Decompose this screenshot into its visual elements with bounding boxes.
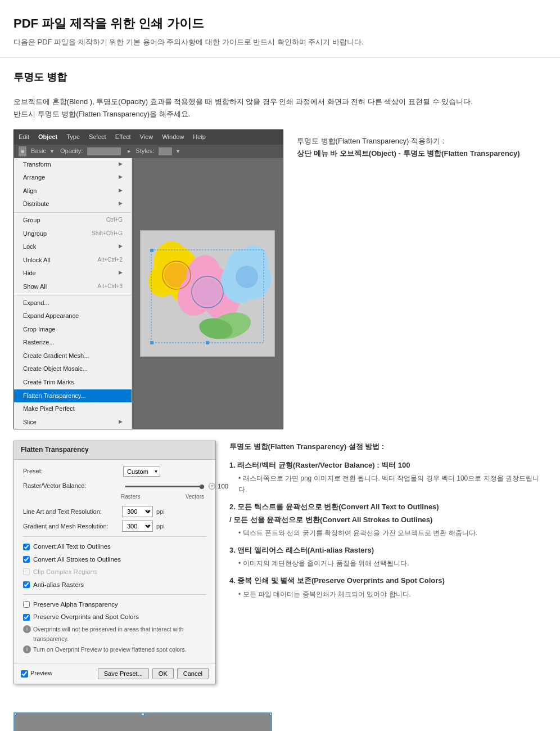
line-art-row: Line Art and Text Resolution: 300 ppi (23, 506, 206, 517)
menu-type[interactable]: Type (66, 132, 80, 142)
check-text-outlines[interactable] (23, 544, 30, 550)
gradient-select[interactable]: 300 (122, 521, 153, 532)
menu-item-expand[interactable]: Expand... (14, 297, 132, 310)
menu-item-lock[interactable]: Lock (14, 240, 132, 254)
menu-select[interactable]: Select (89, 132, 106, 142)
line-art-label: Line Art and Text Resolution: (23, 507, 119, 517)
menu-item-trim-marks[interactable]: Create Trim Marks (14, 376, 132, 389)
menu-info-area: 투명도 병합(Flatten Transparency) 적용하기 : 상단 메… (297, 129, 547, 160)
setting-2-title: 2. 모든 텍스트를 윤곽선으로 변환(Convert All Text to … (229, 501, 547, 526)
setting-1-desc: 래스터쪽으로 가면 png 이미지로 전환 됩니다. 벡터 작업물의 경우 벡터… (229, 473, 547, 496)
settings-row: Flatten Transparency Preset: Custom Rast… (13, 441, 547, 684)
menu-item-crop-image[interactable]: Crop Image (14, 323, 132, 337)
check-strokes-outlines[interactable] (23, 556, 30, 563)
menu-item-transform[interactable]: Transform (14, 158, 132, 172)
flatten-apply-info: 투명도 병합(Flatten Transparency) 적용하기 : 상단 메… (297, 135, 547, 160)
menu-item-gradient-mesh[interactable]: Create Gradient Mesh... (14, 349, 132, 363)
menu-item-rasterize[interactable]: Rasterize... (14, 336, 132, 349)
flatten-dialog-body: Preset: Custom Raster/Vector Balance: (14, 460, 215, 663)
setting-1-title: 1. 래스터/벡터 균형(Raster/Vector Balance) : 벡터… (229, 459, 547, 472)
info-line-1: i Overprints will not be preserved in ar… (23, 625, 206, 644)
menu-item-object-mosaic[interactable]: Create Object Mosaic... (14, 362, 132, 376)
balance-slider-area[interactable]: ○ 100 (123, 481, 228, 491)
gradient-select-wrapper[interactable]: 300 (122, 521, 153, 532)
check-preserve-alpha[interactable] (23, 601, 30, 608)
menu-item-show-all[interactable]: Show AllAlt+Ctrl+3 (14, 280, 132, 294)
bottom-image-area (13, 712, 272, 731)
preset-label: Preset: (23, 467, 119, 477)
menu-item-align[interactable]: Align (14, 185, 132, 198)
cancel-button[interactable]: Cancel (177, 668, 209, 679)
preset-select-wrapper[interactable]: Custom (123, 467, 160, 477)
ok-button[interactable]: OK (152, 668, 174, 679)
check3-label: Clip Complex Regions (33, 567, 97, 577)
page-title: PDF 파일 제작을 위한 인쇄 가이드 (13, 14, 547, 33)
menu-item-expand-appearance[interactable]: Expand Appearance (14, 310, 132, 323)
section-desc: 오브젝트에 혼합(Blend ), 투명도(Opacity) 효과를 적용했을 … (13, 96, 547, 120)
bottom-flowers-svg (15, 714, 271, 731)
divider (14, 212, 132, 213)
menu-item-unlock-all[interactable]: Unlock AllAlt+Ctrl+2 (14, 254, 132, 267)
check-row-4[interactable]: Anti-alias Rasters (23, 580, 206, 590)
balance-slider-track[interactable] (125, 486, 204, 487)
setting-3-title: 3. 앤티 앨리어스 래스터(Anti-alias Rasters) (229, 544, 547, 557)
menu-effect[interactable]: Effect (115, 132, 131, 142)
balance-value: 100 (218, 481, 228, 491)
check-anti-alias[interactable] (23, 581, 30, 588)
menu-item-hide[interactable]: Hide (14, 267, 132, 280)
check-clip-complex (23, 568, 30, 575)
svg-rect-23 (15, 714, 271, 731)
menu-help[interactable]: Help (193, 132, 206, 142)
check-preserve-overprints[interactable] (23, 614, 30, 621)
menu-item-pixel-perfect[interactable]: Make Pixel Perfect (14, 402, 132, 416)
ai-canvas-area (132, 158, 283, 429)
preview-label: Preview (30, 669, 52, 679)
check-row-6[interactable]: Preserve Overprints and Spot Colors (23, 612, 206, 622)
slider-labels: Rasters Vectors (23, 492, 206, 501)
check-row-1[interactable]: Convert All Text to Outlines (23, 541, 206, 551)
gradient-row: Gradient and Mesh Resolution: 300 ppi (23, 521, 206, 532)
bottom-info-text: 왼쪽 이미지 처럼 투명도가 적용되어 있던 부분이 색상으로 변환되고 오브젝… (286, 712, 547, 731)
handle-tm[interactable] (141, 712, 144, 715)
ai-body: Transform Arrange Align Distribute Group… (14, 158, 283, 429)
menu-window[interactable]: Window (162, 132, 184, 142)
check-row-5[interactable]: Preserve Alpha Transparency (23, 599, 206, 609)
setting-4-desc: 모든 파일 데이터는 중복인쇄가 체크되어 있어야 합니다. (229, 589, 547, 600)
line-art-select-wrapper[interactable]: 300 (122, 506, 153, 517)
check2-label: Convert All Strokes to Outlines (33, 554, 121, 564)
balance-slider-thumb[interactable] (200, 485, 204, 489)
menu-edit[interactable]: Edit (19, 132, 29, 142)
menu-item-slice[interactable]: Slice (14, 416, 132, 429)
menu-item-ungroup[interactable]: UngroupShift+Ctrl+G (14, 227, 132, 241)
menu-object[interactable]: Object (38, 132, 57, 142)
balance-label-row: Raster/Vector Balance: ○ 100 (23, 481, 206, 491)
menu-item-group[interactable]: GroupCtrl+G (14, 214, 132, 227)
svg-point-14 (236, 266, 258, 288)
bottom-canvas (13, 712, 272, 731)
page-header: PDF 파일 제작을 위한 인쇄 가이드 다음은 PDF 파일을 제작하기 위한… (0, 0, 560, 58)
check-row-3[interactable]: Clip Complex Regions (23, 567, 206, 577)
menu-item-arrange[interactable]: Arrange (14, 171, 132, 185)
handle-tl[interactable] (13, 712, 16, 715)
svg-point-9 (194, 279, 221, 306)
handle-tr[interactable] (269, 712, 272, 715)
page-subtitle: 다음은 PDF 파일을 제작하기 위한 기본 용어와 주의사항에 대한 가이드로… (13, 37, 547, 48)
save-preset-button[interactable]: Save Preset... (98, 668, 149, 679)
setting-4-title: 4. 중복 인쇄 및 별색 보존(Preserve Overprints and… (229, 575, 547, 587)
preview-checkbox[interactable] (21, 670, 28, 678)
ai-toolbar: ■ Basic ▾ Opacity: ▸ Styles: ▾ (14, 145, 283, 158)
check4-label: Anti-alias Rasters (33, 580, 84, 590)
divider2 (23, 594, 206, 595)
menu-view[interactable]: View (140, 132, 153, 142)
menu-item-distribute[interactable]: Distribute (14, 198, 132, 211)
settings-title: 투명도 병합(Flatten Transparency) 설정 방법 : (229, 441, 547, 453)
preset-select[interactable]: Custom (123, 467, 160, 477)
menu-item-flatten-transparency[interactable]: Flatten Transparency... (14, 389, 132, 403)
menu-screenshot-row: Edit Object Type Select Effect View Wind… (13, 129, 547, 429)
setting-3-desc: 이미지의 계단현상을 줄이거나 품질을 위해 선택됩니다. (229, 558, 547, 569)
bottom-section: 왼쪽 이미지 처럼 투명도가 적용되어 있던 부분이 색상으로 변환되고 오브젝… (0, 712, 560, 731)
canvas-frame (140, 230, 275, 357)
balance-indicator: ○ (209, 483, 215, 490)
check-row-2[interactable]: Convert All Strokes to Outlines (23, 554, 206, 564)
line-art-select[interactable]: 300 (122, 506, 153, 517)
